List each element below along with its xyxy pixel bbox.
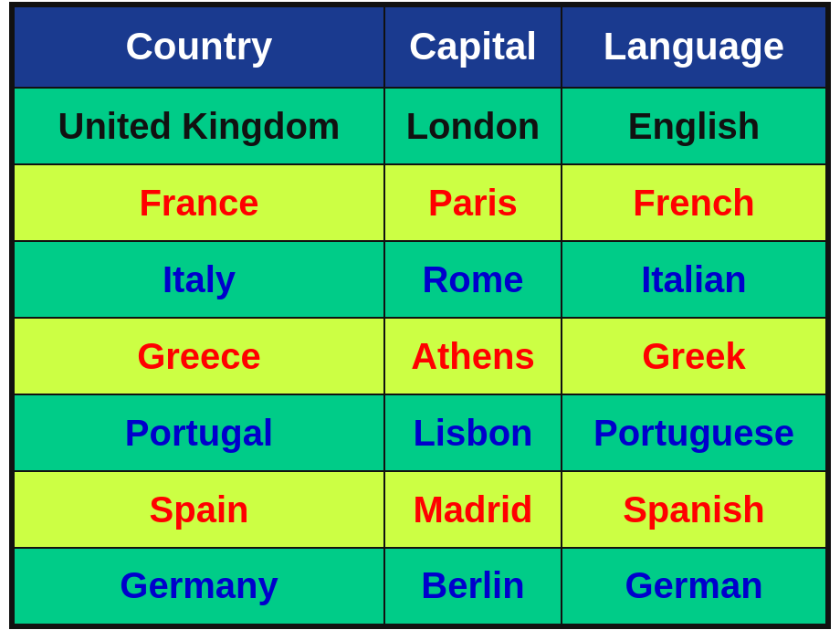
header-row: Country Capital Language — [14, 5, 827, 88]
header-country: Country — [14, 5, 384, 88]
cell-capital-1: Paris — [384, 164, 562, 241]
cell-capital-0: London — [384, 88, 562, 164]
table-row: GermanyBerlinGerman — [14, 548, 827, 625]
cell-language-1: French — [562, 164, 827, 241]
cell-language-2: Italian — [562, 241, 827, 318]
cell-country-0: United Kingdom — [14, 88, 384, 164]
cell-capital-6: Berlin — [384, 548, 562, 625]
table-row: United KingdomLondonEnglish — [14, 88, 827, 164]
cell-country-4: Portugal — [14, 394, 384, 471]
table-row: GreeceAthensGreek — [14, 318, 827, 394]
cell-country-1: France — [14, 164, 384, 241]
cell-language-3: Greek — [562, 318, 827, 394]
main-table-container: Country Capital Language United KingdomL… — [9, 2, 831, 629]
cell-capital-4: Lisbon — [384, 394, 562, 471]
header-capital: Capital — [384, 5, 562, 88]
cell-country-6: Germany — [14, 548, 384, 625]
cell-capital-5: Madrid — [384, 471, 562, 548]
cell-country-2: Italy — [14, 241, 384, 318]
table-row: ItalyRomeItalian — [14, 241, 827, 318]
table-row: PortugalLisbonPortuguese — [14, 394, 827, 471]
header-language: Language — [562, 5, 827, 88]
cell-language-0: English — [562, 88, 827, 164]
table-row: FranceParisFrench — [14, 164, 827, 241]
cell-country-5: Spain — [14, 471, 384, 548]
cell-capital-3: Athens — [384, 318, 562, 394]
cell-language-4: Portuguese — [562, 394, 827, 471]
cell-language-5: Spanish — [562, 471, 827, 548]
cell-country-3: Greece — [14, 318, 384, 394]
countries-table: Country Capital Language United KingdomL… — [12, 5, 828, 626]
table-row: SpainMadridSpanish — [14, 471, 827, 548]
cell-language-6: German — [562, 548, 827, 625]
cell-capital-2: Rome — [384, 241, 562, 318]
